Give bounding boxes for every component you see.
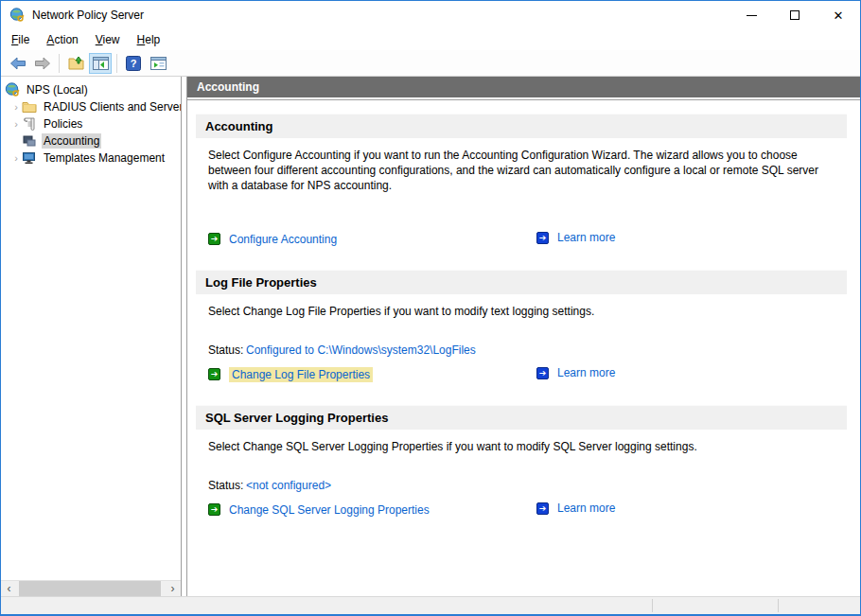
- maximize-icon: [790, 10, 800, 20]
- forward-icon: [34, 57, 51, 70]
- learn-more-link[interactable]: Learn more: [557, 366, 615, 379]
- log-file-status-link[interactable]: Configured to C:\Windows\system32\LogFil…: [246, 343, 476, 357]
- folder-icon: [22, 99, 37, 114]
- scrollbar-thumb[interactable]: [19, 581, 161, 597]
- title-bar: Network Policy Server ✕: [1, 1, 860, 29]
- results-body: Accounting Select Configure Accounting i…: [187, 100, 860, 596]
- close-icon: ✕: [834, 9, 844, 22]
- chevron-right-icon[interactable]: ›: [10, 118, 22, 130]
- tree-horizontal-scrollbar[interactable]: ‹ ›: [1, 580, 181, 596]
- minimize-button[interactable]: [729, 1, 773, 29]
- maximize-button[interactable]: [773, 1, 817, 29]
- section-description: Select Change Log File Properties if you…: [208, 304, 835, 319]
- nps-server-icon: [5, 82, 20, 97]
- console-tree-pane: NPS (Local) › RADIUS Clients and Servers…: [1, 77, 182, 596]
- sql-logging-status-link[interactable]: <not configured>: [246, 479, 331, 492]
- learn-more-link[interactable]: Learn more: [557, 502, 615, 515]
- section-title: Log File Properties: [196, 270, 847, 294]
- toolbar: ?: [1, 50, 860, 77]
- tree-item-label: RADIUS Clients and Servers: [42, 99, 181, 114]
- section-log-file-properties: Log File Properties Select Change Log Fi…: [196, 270, 847, 397]
- menu-action[interactable]: Action: [38, 31, 86, 48]
- toolbar-separator: [59, 54, 60, 73]
- action-arrow-icon: ➔: [208, 233, 220, 245]
- tree-item-accounting[interactable]: Accounting: [1, 132, 181, 150]
- status-bar-divider: [778, 599, 779, 612]
- svg-text:?: ?: [131, 58, 137, 69]
- tree-item-policies[interactable]: › Policies: [1, 115, 181, 132]
- show-hide-console-tree-icon: [93, 57, 109, 70]
- status-bar-divider: [652, 599, 653, 612]
- section-accounting: Accounting Select Configure Accounting i…: [196, 114, 847, 262]
- menu-file[interactable]: File: [3, 31, 38, 48]
- scroll-right-icon[interactable]: ›: [165, 581, 181, 597]
- action-arrow-icon: ➔: [208, 368, 220, 380]
- section-title: Accounting: [196, 114, 847, 138]
- menu-view[interactable]: View: [87, 31, 129, 48]
- learn-more-link[interactable]: Learn more: [557, 231, 615, 244]
- status-label: Status:: [208, 479, 246, 492]
- section-description: Select Change SQL Server Logging Propert…: [208, 439, 835, 454]
- tree-item-templates-management[interactable]: › Templates Management: [1, 150, 181, 167]
- menu-bar: File Action View Help: [1, 29, 860, 50]
- learn-more-arrow-icon: ➔: [536, 232, 549, 244]
- help-icon: ?: [126, 56, 141, 71]
- help-button[interactable]: ?: [122, 53, 145, 74]
- nps-globe-key-icon: [9, 8, 25, 23]
- tree-item-label: NPS (Local): [25, 82, 90, 97]
- section-sql-server-logging-properties: SQL Server Logging Properties Select Cha…: [196, 405, 847, 533]
- console-tree: NPS (Local) › RADIUS Clients and Servers…: [1, 77, 181, 580]
- tree-item-radius-clients-and-servers[interactable]: › RADIUS Clients and Servers: [1, 98, 181, 115]
- change-log-file-properties-link[interactable]: Change Log File Properties: [229, 367, 373, 382]
- close-button[interactable]: ✕: [817, 1, 860, 29]
- change-sql-server-logging-properties-link[interactable]: Change SQL Server Logging Properties: [229, 503, 430, 517]
- accounting-icon: [22, 133, 37, 149]
- export-list-button[interactable]: [64, 53, 87, 74]
- status-label: Status:: [208, 343, 246, 357]
- minimize-icon: [747, 15, 757, 16]
- results-pane-title: Accounting: [187, 77, 860, 97]
- window-title: Network Policy Server: [32, 9, 729, 22]
- policies-scroll-icon: [22, 116, 37, 132]
- action-arrow-icon: ➔: [208, 503, 220, 516]
- main-area: NPS (Local) › RADIUS Clients and Servers…: [1, 77, 860, 596]
- learn-more-arrow-icon: ➔: [536, 502, 549, 515]
- tree-item-label: Templates Management: [42, 150, 167, 166]
- scrollbar-track[interactable]: [17, 581, 165, 597]
- menu-help[interactable]: Help: [129, 31, 169, 48]
- tree-item-label: Policies: [42, 116, 84, 132]
- show-hide-console-tree-button[interactable]: [89, 53, 112, 74]
- export-list-icon: [68, 56, 84, 70]
- back-icon: [9, 57, 26, 70]
- network-policy-server-window: Network Policy Server ✕ File Action View…: [0, 0, 861, 616]
- section-title: SQL Server Logging Properties: [196, 405, 847, 430]
- learn-more-arrow-icon: ➔: [536, 367, 549, 379]
- tree-item-label: Accounting: [42, 133, 101, 149]
- templates-monitor-icon: [22, 150, 37, 166]
- toolbar-separator: [116, 54, 117, 73]
- results-pane: Accounting Accounting Select Configure A…: [186, 77, 860, 596]
- chevron-right-icon[interactable]: ›: [10, 152, 22, 164]
- back-button[interactable]: [7, 53, 29, 74]
- show-properties-button[interactable]: [147, 53, 169, 74]
- tree-item-nps-local[interactable]: NPS (Local): [1, 81, 181, 98]
- scroll-left-icon[interactable]: ‹: [1, 581, 17, 597]
- status-bar: [1, 596, 860, 614]
- chevron-right-icon[interactable]: ›: [10, 101, 22, 113]
- section-description: Select Configure Accounting if you want …: [208, 148, 835, 193]
- configure-accounting-link[interactable]: Configure Accounting: [229, 233, 337, 246]
- show-properties-icon: [150, 57, 167, 70]
- forward-button[interactable]: [31, 53, 54, 74]
